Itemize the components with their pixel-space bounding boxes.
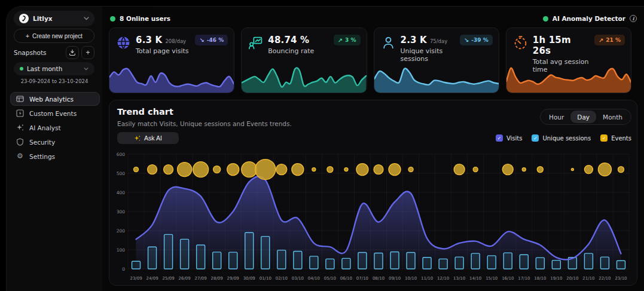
- timer-icon: [513, 35, 528, 50]
- svg-text:13/10: 13/10: [453, 276, 465, 281]
- anomaly-status-dot: [543, 16, 548, 22]
- svg-text:09/10: 09/10: [389, 276, 401, 281]
- sidebar-item-web-analytics[interactable]: Web Analytics: [10, 92, 100, 106]
- download-icon: [69, 49, 76, 56]
- legend-label: Events: [611, 135, 631, 142]
- info-icon[interactable]: i: [630, 15, 637, 22]
- stat-badge: ↘ -39 %: [460, 35, 493, 45]
- project-selector[interactable]: Litlyx: [14, 11, 94, 26]
- gear-icon: ⚙: [16, 152, 24, 160]
- svg-text:19/10: 19/10: [550, 276, 562, 281]
- ai-analyst-icon: [16, 124, 24, 131]
- stat-badge: ↗ 3 %: [334, 35, 361, 45]
- svg-text:04/10: 04/10: [308, 276, 320, 281]
- svg-text:28/09: 28/09: [211, 276, 223, 281]
- svg-text:0: 0: [122, 267, 125, 272]
- svg-text:16/10: 16/10: [502, 276, 514, 281]
- svg-text:01/10: 01/10: [260, 276, 271, 281]
- snapshot-date-range: 23-09-2024 to 23-10-2024: [7, 78, 102, 84]
- svg-text:23/10: 23/10: [615, 276, 627, 281]
- chevron-down-icon: [84, 17, 89, 20]
- plus-icon: +: [86, 48, 90, 57]
- sidebar-item-label: Settings: [29, 153, 55, 160]
- sparkline-unique-visits: [374, 64, 499, 93]
- svg-text:24/09: 24/09: [146, 276, 158, 281]
- snapshot-select[interactable]: Last month: [14, 62, 94, 75]
- stat-card-avg-session-time[interactable]: 1h 15m 26s Total avg session time ↗ 21 %: [506, 27, 631, 93]
- legend-unique-sessions[interactable]: ✓ Unique sessions: [532, 134, 591, 142]
- checkbox-unique-sessions[interactable]: ✓: [532, 134, 539, 142]
- add-snapshot-button[interactable]: +: [81, 46, 94, 59]
- stat-value: 1h 15m 26s: [533, 35, 587, 56]
- svg-text:21/10: 21/10: [582, 276, 594, 281]
- legend-events[interactable]: ✓ Events: [600, 134, 631, 142]
- stat-card-bouncing-rate[interactable]: 48.74 % Bouncing rate ↗ 3 %: [241, 27, 367, 93]
- tab-month[interactable]: Month: [596, 111, 629, 123]
- sidebar-item-custom-events[interactable]: Custom Events: [10, 106, 100, 120]
- svg-text:29/09: 29/09: [227, 276, 239, 281]
- svg-text:100: 100: [117, 247, 126, 253]
- panel-title: Trend chart: [117, 107, 173, 117]
- svg-text:22/10: 22/10: [599, 276, 611, 281]
- ask-ai-label: Ask AI: [144, 134, 162, 142]
- snapshots-header: Snapshots +: [14, 46, 94, 59]
- sidebar-item-security[interactable]: Security: [10, 135, 100, 149]
- svg-text:400: 400: [117, 190, 126, 195]
- svg-text:11/10: 11/10: [421, 276, 433, 281]
- legend-label: Unique sessions: [542, 135, 591, 142]
- svg-text:300: 300: [117, 209, 126, 215]
- tab-hour[interactable]: Hour: [542, 111, 570, 123]
- sidebar-item-ai-analyst[interactable]: AI Analyst: [10, 121, 100, 134]
- sparkline-bouncing-rate: [242, 64, 366, 93]
- snapshot-status-dot: [20, 67, 23, 71]
- trend-chart[interactable]: 010020030040050060023/0924/0925/0926/092…: [111, 151, 634, 284]
- trend-chart-panel: Trend chart Easily match Visits, Unique …: [109, 100, 637, 286]
- stat-card-unique-visits[interactable]: 2.3 K 75/day Unique visits sessions ↘ -3…: [374, 27, 499, 93]
- checkbox-visits[interactable]: ✓: [496, 134, 503, 142]
- shield-icon: [16, 138, 24, 146]
- plus-icon: +: [26, 33, 29, 39]
- sparkline-avg-session-time: [506, 64, 631, 93]
- svg-text:05/10: 05/10: [324, 276, 336, 281]
- trend-down-icon: ↘: [464, 37, 469, 44]
- svg-text:25/09: 25/09: [162, 276, 174, 281]
- ask-ai-button[interactable]: Ask AI: [117, 132, 179, 144]
- checkbox-events[interactable]: ✓: [600, 134, 608, 142]
- trend-down-icon: ↘: [199, 37, 204, 44]
- litlyx-logo: [19, 14, 29, 23]
- svg-text:500: 500: [117, 171, 126, 176]
- svg-text:14/10: 14/10: [469, 276, 481, 281]
- svg-text:26/09: 26/09: [179, 276, 191, 281]
- legend-visits[interactable]: ✓ Visits: [496, 134, 523, 142]
- chevron-down-icon: [84, 68, 88, 71]
- main-content: 8 Online users AI Anomaly Detector i: [102, 7, 644, 291]
- stat-cards: 6.3 K 208/day Total page visits ↘ -46 %: [109, 27, 631, 93]
- svg-text:20/10: 20/10: [566, 276, 578, 281]
- stat-badge: ↘ -46 %: [195, 35, 228, 45]
- svg-text:18/10: 18/10: [534, 276, 546, 281]
- sidebar-item-label: Custom Events: [29, 110, 77, 117]
- trend-up-icon: ↗: [599, 37, 603, 44]
- svg-text:07/10: 07/10: [356, 276, 368, 281]
- create-new-project-button[interactable]: + Create new project: [14, 29, 94, 43]
- stat-card-total-page-visits[interactable]: 6.3 K 208/day Total page visits ↘ -46 %: [109, 27, 234, 93]
- export-snapshot-button[interactable]: [66, 46, 79, 59]
- stat-per-day: 208/day: [165, 38, 186, 44]
- stat-badge: ↗ 21 %: [594, 35, 625, 45]
- online-users: 8 Online users: [110, 15, 170, 22]
- stat-label: Bouncing rate: [268, 47, 328, 55]
- sidebar-item-label: AI Analyst: [29, 124, 61, 131]
- custom-events-icon: [16, 109, 24, 117]
- range-toggle: Hour Day Month: [540, 109, 631, 125]
- svg-text:27/09: 27/09: [195, 276, 207, 281]
- sidebar-item-settings[interactable]: ⚙ Settings: [10, 149, 100, 163]
- person-icon: [381, 35, 396, 50]
- app-window: Litlyx + Create new project Snapshots +: [6, 6, 644, 291]
- online-status-dot: [110, 16, 115, 22]
- tab-day[interactable]: Day: [570, 111, 596, 123]
- sidebar-item-label: Web Analytics: [29, 96, 74, 103]
- svg-text:17/10: 17/10: [518, 276, 530, 281]
- project-name: Litlyx: [33, 15, 80, 22]
- sparkline-total-page-visits: [109, 64, 234, 93]
- svg-text:12/10: 12/10: [437, 276, 449, 281]
